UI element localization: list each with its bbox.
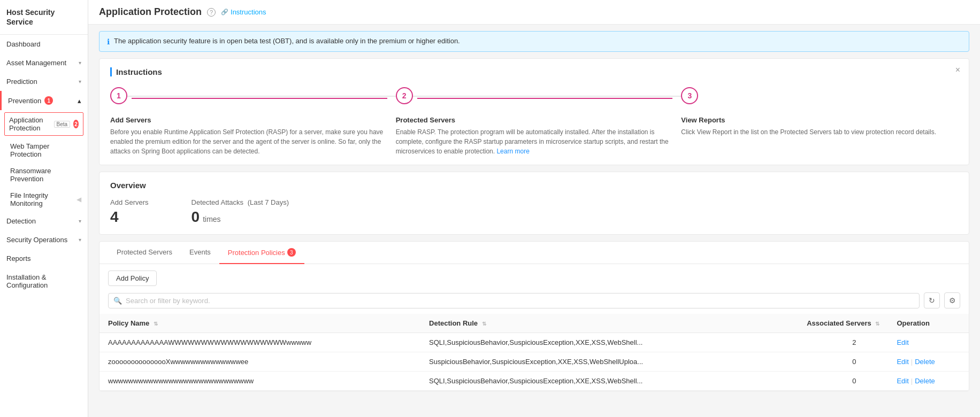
table-row: wwwwwwwwwwwwwwwwwwwwwwwwwwwww SQLI,Suspi… bbox=[99, 372, 969, 391]
sidebar-item-dashboard[interactable]: Dashboard bbox=[0, 35, 88, 53]
instructions-title: Instructions bbox=[110, 67, 958, 76]
page-title: Application Protection bbox=[99, 6, 202, 18]
table-actions: Add Policy bbox=[99, 264, 969, 292]
add-policy-button[interactable]: Add Policy bbox=[108, 271, 157, 286]
instructions-card: Instructions × 1 Add Servers Before you … bbox=[99, 58, 969, 165]
sidebar-title: Host Security Service bbox=[0, 0, 88, 35]
info-icon: ℹ bbox=[107, 37, 110, 46]
step-3-number: 3 bbox=[681, 87, 698, 104]
sidebar-item-asset-management[interactable]: Asset Management ▾ bbox=[0, 53, 88, 72]
step-1-number: 1 bbox=[110, 87, 127, 104]
attacks-label: Detected Attacks (Last 7 Days) bbox=[192, 198, 289, 206]
sidebar-item-detection[interactable]: Detection ▾ bbox=[0, 212, 88, 230]
info-banner: ℹ The application security feature is in… bbox=[99, 31, 969, 52]
sort-icon[interactable]: ⇅ bbox=[482, 321, 486, 327]
sidebar-item-ransomware[interactable]: Ransomware Prevention bbox=[0, 163, 88, 187]
chevron-down-icon: ▾ bbox=[79, 60, 81, 66]
sidebar-item-installation[interactable]: Installation & Configuration bbox=[0, 268, 88, 295]
sidebar: Host Security Service Dashboard Asset Ma… bbox=[0, 0, 88, 417]
steps-container: 1 Add Servers Before you enable Runtime … bbox=[110, 87, 958, 156]
sidebar-collapse-icon[interactable]: ◀ bbox=[76, 196, 81, 203]
add-servers-label: Add Servers bbox=[110, 198, 149, 206]
table-card: Protected Servers Events Protection Poli… bbox=[99, 241, 969, 391]
table-row: AAAAAAAAAAAAAWWWWWWWWWWWWWWWWWWwwwww SQL… bbox=[99, 333, 969, 352]
step-2-desc: Enable RASP. The protection program will… bbox=[396, 127, 673, 156]
tab-protected-servers[interactable]: Protected Servers bbox=[108, 242, 181, 264]
step-2-number: 2 bbox=[396, 87, 413, 104]
overview-title: Overview bbox=[110, 181, 958, 190]
sidebar-item-reports[interactable]: Reports bbox=[0, 249, 88, 268]
prevention-badge: 1 bbox=[44, 96, 53, 105]
data-table: Policy Name ⇅ Detection Rule ⇅ Associate… bbox=[99, 314, 969, 391]
step-3: 3 View Reports Click View Report in the … bbox=[681, 87, 958, 137]
cell-associated-servers: 0 bbox=[757, 352, 888, 372]
operation-edit-link[interactable]: Edit bbox=[897, 377, 908, 385]
table-row: zooooooooooooooXwwwwwwwwwwwwwwee Suspici… bbox=[99, 352, 969, 372]
settings-button[interactable]: ⚙ bbox=[944, 292, 960, 308]
step-1-line bbox=[132, 98, 387, 99]
cell-operation: Edit|Delete bbox=[888, 352, 969, 372]
refresh-button[interactable]: ↻ bbox=[924, 292, 940, 308]
sidebar-item-file-integrity[interactable]: File Integrity Monitoring ◀ bbox=[0, 187, 88, 212]
sidebar-item-prediction[interactable]: Prediction ▾ bbox=[0, 72, 88, 91]
chevron-down-icon: ▾ bbox=[79, 79, 81, 84]
search-input[interactable] bbox=[108, 293, 920, 308]
action-separator: | bbox=[911, 358, 913, 366]
operation-edit-link[interactable]: Edit bbox=[897, 338, 908, 346]
chevron-down-icon: ▾ bbox=[79, 218, 81, 224]
cell-operation: Edit bbox=[888, 333, 969, 352]
app-protection-badge: 2 bbox=[73, 120, 79, 128]
search-bar-container: 🔍 ↻ ⚙ bbox=[99, 292, 969, 314]
step-3-title: View Reports bbox=[681, 116, 958, 124]
col-operation: Operation bbox=[888, 314, 969, 333]
attacks-stat: Detected Attacks (Last 7 Days) 0 times bbox=[192, 198, 289, 226]
tab-events[interactable]: Events bbox=[181, 242, 219, 264]
col-policy-name: Policy Name ⇅ bbox=[99, 314, 420, 333]
info-banner-text: The application security feature is in o… bbox=[114, 37, 460, 45]
chevron-down-icon: ▾ bbox=[79, 237, 81, 243]
tabs-bar: Protected Servers Events Protection Poli… bbox=[99, 242, 969, 264]
sort-icon[interactable]: ⇅ bbox=[875, 321, 879, 327]
cell-detection-rule: SQLI,SuspiciousBehavior,SuspiciousExcept… bbox=[420, 333, 757, 352]
tab-protection-policies[interactable]: Protection Policies 3 bbox=[219, 242, 304, 264]
chevron-up-icon: ▴ bbox=[78, 97, 81, 105]
col-associated-servers: Associated Servers ⇅ bbox=[757, 314, 888, 333]
step-2: 2 Protected Servers Enable RASP. The pro… bbox=[396, 87, 682, 156]
cell-detection-rule: SQLI,SuspiciousBehavior,SuspiciousExcept… bbox=[420, 372, 757, 391]
operation-delete-link[interactable]: Delete bbox=[915, 377, 935, 385]
help-icon[interactable]: ? bbox=[207, 8, 216, 17]
cell-associated-servers: 0 bbox=[757, 372, 888, 391]
step-2-line bbox=[417, 98, 673, 99]
cell-detection-rule: SuspiciousBehavior,SuspiciousException,X… bbox=[420, 352, 757, 372]
close-instructions-button[interactable]: × bbox=[955, 65, 960, 75]
cell-policy-name: wwwwwwwwwwwwwwwwwwwwwwwwwwwww bbox=[99, 372, 420, 391]
action-separator: | bbox=[911, 377, 913, 385]
step-1-desc: Before you enable Runtime Application Se… bbox=[110, 127, 387, 156]
main-content: Application Protection ? Instructions ℹ … bbox=[88, 0, 980, 417]
col-detection-rule: Detection Rule ⇅ bbox=[420, 314, 757, 333]
cell-operation: Edit|Delete bbox=[888, 372, 969, 391]
overview-stats: Add Servers 4 Detected Attacks (Last 7 D… bbox=[110, 198, 958, 226]
attacks-value: 0 times bbox=[192, 208, 289, 226]
operation-edit-link[interactable]: Edit bbox=[897, 358, 908, 366]
step-1: 1 Add Servers Before you enable Runtime … bbox=[110, 87, 396, 156]
sidebar-item-application-protection[interactable]: Application Protection Beta 2 bbox=[4, 112, 83, 136]
operation-delete-link[interactable]: Delete bbox=[915, 358, 935, 366]
top-bar: Application Protection ? Instructions bbox=[88, 0, 980, 25]
add-servers-value: 4 bbox=[110, 208, 149, 226]
cell-policy-name: AAAAAAAAAAAAAWWWWWWWWWWWWWWWWWWwwwww bbox=[99, 333, 420, 352]
step-1-title: Add Servers bbox=[110, 116, 387, 124]
sort-icon[interactable]: ⇅ bbox=[154, 321, 158, 327]
learn-more-link[interactable]: Learn more bbox=[496, 148, 529, 155]
search-icon: 🔍 bbox=[113, 297, 122, 305]
sidebar-item-web-tamper[interactable]: Web Tamper Protection bbox=[0, 138, 88, 163]
sidebar-item-security-operations[interactable]: Security Operations ▾ bbox=[0, 230, 88, 249]
step-3-desc: Click View Report in the list on the Pro… bbox=[681, 127, 958, 137]
protection-policies-badge: 3 bbox=[287, 248, 296, 257]
sidebar-item-prevention[interactable]: Prevention 1 ▴ bbox=[0, 91, 88, 110]
search-input-wrap: 🔍 bbox=[108, 293, 920, 308]
instructions-link[interactable]: Instructions bbox=[221, 8, 266, 16]
cell-policy-name: zooooooooooooooXwwwwwwwwwwwwwwee bbox=[99, 352, 420, 372]
beta-badge: Beta bbox=[54, 121, 71, 128]
step-2-title: Protected Servers bbox=[396, 116, 673, 124]
